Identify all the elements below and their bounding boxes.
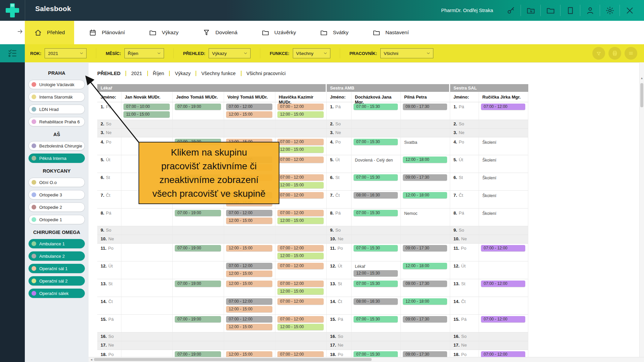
sidebar-item-urologie-vaclavak[interactable]: Urologie Václavák [29,80,85,89]
shift-chip[interactable]: 12:00 - 15:00 [277,288,324,295]
schedule-note[interactable]: Svatba [404,140,450,145]
shift-chip[interactable]: 12:00 - 15:00 [226,306,272,312]
shift-chip[interactable]: 07:00 - 12:00 [277,210,324,216]
shift-chip[interactable]: 07:00 - 15:30 [354,210,398,216]
sidebar-item-operacni-sal-2[interactable]: Operační sál 2 [29,276,85,286]
sidebar-item-ocni-oo[interactable]: Oční O.o [29,178,85,187]
shift-chip[interactable]: 07:00 - 12:00 [277,157,324,163]
sidebar-item-ambulance-2[interactable]: Ambulance 2 [29,251,85,261]
filter-select-funkce[interactable]: Všechny [293,48,330,58]
shift-chip[interactable]: 08:00 - 16:30 [354,298,398,305]
shift-chip[interactable]: 12:00 - 15:00 [226,245,272,251]
shift-chip[interactable]: 07:00 - 12:00 [277,174,324,181]
shift-chip[interactable]: 12:00 - 15:00 [277,146,324,153]
shift-chip[interactable]: 11:00 - 15:00 [123,111,170,118]
scroll-up-arrow-icon[interactable]: ▲ [640,76,644,80]
shift-chip[interactable]: 12:00 - 15:00 [277,182,324,188]
arrow-right-icon[interactable] [17,28,23,35]
shift-chip[interactable]: 12:00 - 18:00 [403,157,447,163]
folder-icon[interactable] [541,6,560,15]
shift-chip[interactable]: 07:00 - 15:30 [354,139,398,145]
horizontal-scrollbar[interactable]: ◄ [89,357,644,362]
sidebar-item-rehabilitace-praha-6[interactable]: Rehabilitace Praha 6 [29,117,85,126]
shift-chip[interactable]: 09:00 - 17:30 [403,104,447,110]
shift-chip[interactable]: 07:00 - 15:30 [354,281,398,287]
sidebar-item-ambulance-1[interactable]: Ambulance 1 [29,239,85,248]
shift-chip[interactable]: 07:00 - 12:00 [226,104,272,110]
shift-chip[interactable]: 12:00 - 15:00 [277,324,324,330]
shift-chip[interactable]: 07:00 - 12:00 [481,104,525,110]
shift-chip[interactable]: 12:00 - 15:00 [226,270,272,277]
checklist-icon[interactable] [0,44,25,62]
shift-chip[interactable]: 07:00 - 12:00 [481,245,525,251]
schedule-note[interactable]: Školení [482,211,528,216]
sidebar-group-chirurgie-omega[interactable]: CHIRURGIE OMEGA [25,230,89,235]
shift-chip[interactable]: 12:00 - 18:00 [403,192,447,198]
schedule-note[interactable]: Dovolená - Celý den [355,158,400,163]
key-icon[interactable] [501,6,521,15]
schedule-note[interactable]: Školení [482,158,528,163]
shift-chip[interactable]: 07:00 - 12:00 [226,316,272,322]
sidebar-group-praha[interactable]: PRAHA [25,70,89,76]
vertical-scrollbar[interactable]: ▲ [639,62,644,357]
shift-chip[interactable]: 12:00 - 15:00 [226,111,272,118]
sidebar-item-ortopedie-3[interactable]: Ortopedie 3 [29,190,85,199]
print-button[interactable] [608,47,621,60]
tab-prehled[interactable]: Přehled [25,21,74,44]
shift-chip[interactable]: 09:00 - 17:30 [403,316,447,322]
shift-chip[interactable]: 12:00 - 15:00 [226,324,272,330]
shift-chip[interactable]: 09:00 - 17:30 [403,281,447,287]
sidebar-item-operacni-sal-1[interactable]: Operační sál 1 [29,264,85,273]
schedule-note[interactable]: Školení [482,193,528,198]
shift-chip[interactable]: 12:00 - 15:00 [277,111,324,118]
schedule-note[interactable]: Nemoc [404,211,450,216]
sidebar-item-interna-staromak[interactable]: Interna Staromák [29,92,85,102]
schedule-note[interactable]: Školení [482,176,528,180]
shift-chip[interactable]: 07:00 - 15:30 [354,104,398,110]
shift-chip[interactable]: 07:00 - 12:00 [481,316,525,322]
box-icon[interactable] [560,6,580,15]
tab-nastaveni[interactable]: Nastavení [363,21,418,44]
sidebar-item-bezbolestna-chirurgie[interactable]: Bezbolestná Chirurgie [29,141,85,150]
shift-chip[interactable]: 07:00 - 19:00 [175,245,221,251]
shift-chip[interactable]: 07:00 - 19:00 [175,104,221,110]
tab-svatky[interactable]: Svátky [311,21,358,44]
shift-chip[interactable]: 07:00 - 12:00 [226,263,272,269]
shift-chip[interactable]: 07:00 - 12:00 [226,298,272,305]
sidebar-item-ortopedie-1[interactable]: Ortopedie 1 [29,215,85,224]
shift-chip[interactable]: 07:00 - 12:00 [277,104,324,110]
shift-chip[interactable]: 07:00 - 19:00 [175,281,221,287]
horizontal-scroll-thumb[interactable] [94,358,372,361]
sidebar-item-ortopedie-2[interactable]: Ortopedie 2 [29,202,85,212]
close-icon[interactable] [620,6,639,15]
shift-chip[interactable]: 09:00 - 17:30 [403,174,447,181]
shift-chip[interactable]: 07:00 - 15:30 [354,174,398,181]
shift-chip[interactable]: 12:00 - 15:00 [226,281,272,287]
folder-n-icon[interactable]: N [521,6,540,15]
filter-select-prehled[interactable]: Výkazy [209,48,251,58]
shift-chip[interactable]: 07:00 - 12:00 [277,192,324,198]
shift-chip[interactable]: 07:00 - 15:30 [354,245,398,251]
schedule-note[interactable]: Lékař [355,264,400,269]
shift-chip[interactable]: 07:00 - 12:00 [277,316,324,322]
vertical-scroll-thumb[interactable] [640,83,643,107]
filter-select-rok[interactable]: 2021 [45,48,87,58]
shift-chip[interactable]: 07:00 - 12:00 [226,210,272,216]
shift-chip[interactable]: 07:00 - 12:00 [481,281,525,287]
shift-chip[interactable]: 07:00 - 12:00 [277,281,324,287]
sidebar-group-rokycany[interactable]: ROKYCANY [25,168,89,174]
shift-chip[interactable]: 12:00 - 18:00 [403,298,447,305]
scroll-left-arrow-icon[interactable]: ◄ [90,358,93,361]
shift-chip[interactable]: 07:00 - 15:30 [354,316,398,322]
sidebar-item-ldn-hrad[interactable]: LDN Hrad [29,105,85,114]
shift-chip[interactable]: 12:00 - 15:30 [354,270,398,277]
shift-chip[interactable]: 12:00 - 15:00 [277,253,324,259]
sidebar-group-aš[interactable]: AŠ [25,132,89,137]
shift-chip[interactable]: 12:00 - 15:00 [277,218,324,224]
sidebar-item-operacni-salek[interactable]: Operační sálek [29,289,85,298]
shift-chip[interactable]: 07:00 - 12:00 [277,139,324,145]
schedule-note[interactable]: Školení [482,140,528,145]
shift-chip[interactable]: 07:00 - 12:00 [277,298,324,305]
shift-chip[interactable]: 07:00 - 12:00 [277,263,324,269]
filter-select-mesic[interactable]: Říjen [124,48,164,58]
